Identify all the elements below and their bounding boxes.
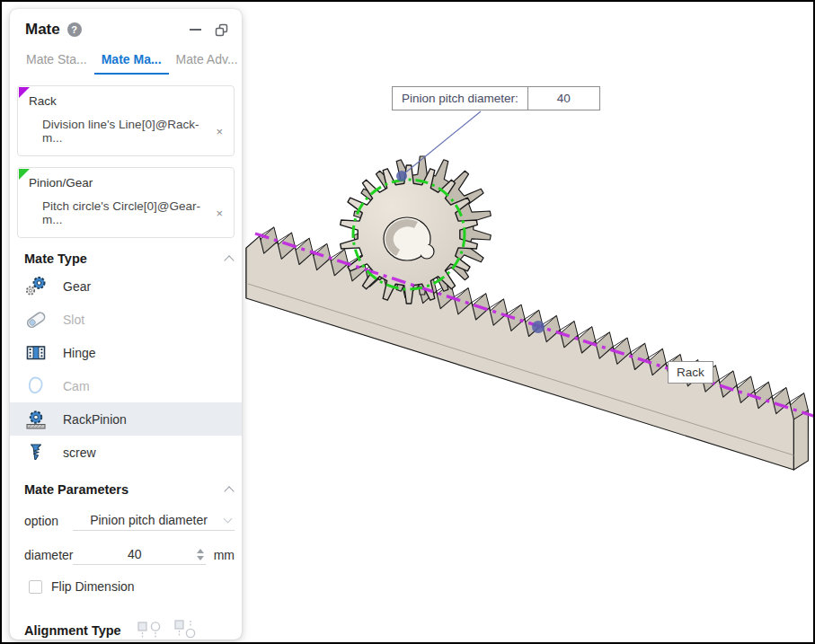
- option-label: option: [17, 514, 73, 531]
- flip-dimension-row: Flip Dimension: [29, 579, 242, 594]
- minimize-icon[interactable]: [190, 29, 201, 31]
- pinion-selection-dot: [396, 171, 407, 181]
- flip-dimension-checkbox[interactable]: [29, 580, 42, 594]
- flip-dimension-label: Flip Dimension: [51, 579, 135, 594]
- mate-type-hinge-label: Hinge: [63, 346, 96, 360]
- mate-type-gear-label: Gear: [63, 279, 91, 294]
- pinion-selection-box[interactable]: Pinion/Gear Pitch circle's Circle[0]@Gea…: [17, 167, 235, 238]
- diameter-label: diameter: [17, 548, 73, 565]
- screw-icon: [24, 441, 48, 464]
- pinion-selection-label: Pinion/Gear: [29, 176, 225, 190]
- pinion-remove-icon[interactable]: ×: [214, 207, 225, 220]
- mate-type-cam: Cam: [10, 369, 242, 402]
- stepper-up-icon[interactable]: [197, 549, 204, 553]
- mate-type-slot-label: Slot: [63, 313, 84, 327]
- pinion-selection-item-text: Pitch circle's Circle[0]@Gear-m...: [42, 199, 214, 226]
- mate-type-screw[interactable]: screw: [10, 436, 242, 469]
- diameter-row: diameter 40 mm: [17, 540, 235, 565]
- option-dropdown-value[interactable]: Pinion pitch diameter: [73, 513, 225, 527]
- diameter-unit: mm: [214, 548, 235, 565]
- gear-icon: [24, 275, 48, 298]
- collapse-mate-parameters-icon[interactable]: [224, 486, 234, 496]
- mate-parameters-title: Mate Parameters: [24, 482, 128, 497]
- rack-selection-label: Rack: [29, 94, 225, 108]
- mate-type-slot: Slot: [10, 303, 242, 336]
- rack-model[interactable]: [246, 227, 808, 470]
- diameter-value[interactable]: 40: [73, 547, 197, 561]
- mate-type-rackpinion[interactable]: RackPinion: [10, 402, 242, 436]
- rack-part-label: Rack: [668, 361, 713, 384]
- annotation-label: Pinion pitch diameter:: [393, 87, 528, 110]
- rackpinion-icon: [24, 408, 48, 431]
- chevron-down-icon[interactable]: [224, 515, 233, 524]
- alignment-aligned-icon: [135, 618, 164, 642]
- annotation-value-input[interactable]: 40: [528, 87, 599, 110]
- rack-selection-item[interactable]: Division line's Line[0]@Rack-m... ×: [29, 118, 225, 145]
- mate-type-header: Mate Type: [24, 251, 233, 266]
- alignment-type-row: Alignment Type: [24, 618, 235, 642]
- application-window: Pinion pitch diameter: 40 Rack Mate ? Ma…: [0, 0, 815, 644]
- rack-remove-icon[interactable]: ×: [214, 125, 225, 138]
- diameter-input[interactable]: 40: [73, 547, 206, 565]
- rack-selection-marker: [19, 87, 30, 98]
- dialog-title: Mate: [25, 21, 60, 39]
- mate-dialog: Mate ? Mate Sta... Mate Ma... Mate Adv..…: [10, 9, 242, 640]
- dimension-annotation: Pinion pitch diameter: 40: [392, 86, 600, 110]
- restore-window-icon[interactable]: [214, 22, 229, 38]
- mate-type-cam-label: Cam: [63, 379, 90, 393]
- rack-selection-dot: [532, 321, 545, 333]
- hinge-icon: [24, 341, 48, 365]
- diameter-stepper[interactable]: [197, 549, 204, 560]
- dialog-tabs: Mate Sta... Mate Ma... Mate Adv...: [10, 39, 242, 75]
- mate-type-gear[interactable]: Gear: [10, 269, 242, 303]
- option-row: option Pinion pitch diameter: [17, 506, 235, 531]
- cam-icon: [24, 375, 48, 398]
- mate-type-title: Mate Type: [24, 251, 87, 266]
- tab-mate-standard[interactable]: Mate Sta...: [19, 49, 94, 75]
- slot-icon: [24, 308, 48, 331]
- tab-mate-machinery[interactable]: Mate Ma...: [94, 49, 169, 75]
- collapse-mate-type-icon[interactable]: [224, 255, 234, 265]
- alignment-anti-aligned-icon: [171, 618, 199, 642]
- mate-type-screw-label: screw: [63, 446, 96, 460]
- help-icon[interactable]: ?: [67, 22, 82, 37]
- pinion-selection-item[interactable]: Pitch circle's Circle[0]@Gear-m... ×: [29, 199, 225, 226]
- mate-parameters-header: Mate Parameters: [24, 482, 233, 497]
- tab-mate-advanced[interactable]: Mate Adv...: [169, 49, 245, 75]
- rack-selection-item-text: Division line's Line[0]@Rack-m...: [42, 118, 214, 145]
- mate-type-list: Gear Slot Hinge Cam: [10, 269, 242, 469]
- mate-type-hinge[interactable]: Hinge: [10, 336, 242, 369]
- mate-type-rackpinion-label: RackPinion: [63, 412, 127, 427]
- dialog-titlebar: Mate ?: [10, 9, 242, 39]
- alignment-type-title: Alignment Type: [24, 623, 121, 638]
- pinion-selection-marker: [19, 169, 30, 180]
- stepper-down-icon[interactable]: [197, 556, 204, 560]
- option-dropdown[interactable]: Pinion pitch diameter: [73, 513, 235, 531]
- rack-selection-box[interactable]: Rack Division line's Line[0]@Rack-m... ×: [17, 85, 235, 156]
